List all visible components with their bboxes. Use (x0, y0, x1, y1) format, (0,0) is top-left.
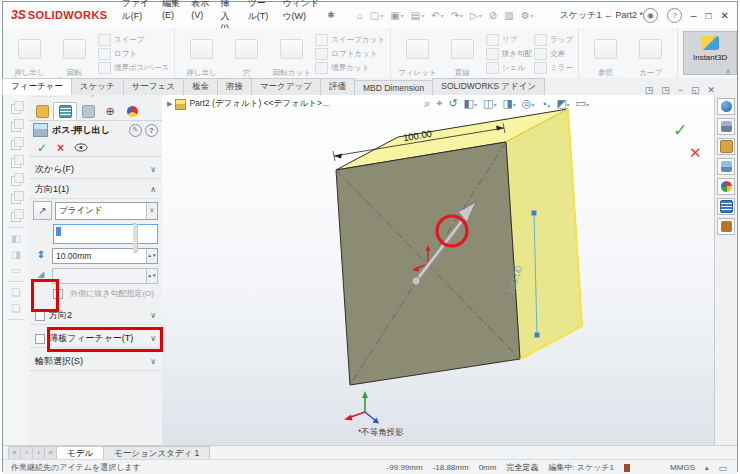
doc-minimize-button[interactable]: − (678, 85, 683, 95)
unit-caret-icon[interactable]: ▴ (705, 464, 709, 472)
monitor-icon[interactable]: ▭ (718, 463, 727, 473)
menu-pin-icon[interactable]: ✱ (327, 10, 335, 20)
model-tab[interactable]: モデル (56, 446, 104, 460)
tab-surfaces[interactable]: サーフェス (123, 78, 184, 95)
cancel-button[interactable]: × (57, 141, 64, 155)
shell-button[interactable]: シェル (486, 61, 532, 74)
sketch-tool-icon[interactable]: ◧ (3, 233, 29, 244)
preview-eye-icon[interactable] (74, 143, 88, 152)
close-button[interactable]: ✕ (721, 10, 729, 21)
swept-boss-button[interactable]: スイープ (98, 33, 169, 46)
direction1-section-header[interactable]: 方向1(1)∧ (29, 181, 162, 199)
view-cube-icon[interactable] (10, 119, 23, 131)
help-icon[interactable]: ? (667, 8, 682, 23)
end-condition-dropdown[interactable]: ブラインド ∨ (55, 202, 158, 220)
screen-tool-icon[interactable]: ▭ (3, 265, 29, 276)
confirmation-cancel-button[interactable]: ✕ (689, 144, 702, 162)
revolved-cut-button[interactable]: 回転カット (270, 31, 313, 77)
view-cube-icon[interactable] (10, 137, 23, 149)
save-button[interactable]: ▣▾ (390, 10, 403, 21)
view-cube-icon[interactable] (10, 209, 23, 221)
unit-system[interactable]: MMGS (670, 463, 695, 472)
tab-sketch[interactable]: スケッチ (71, 78, 124, 95)
view-cube-icon[interactable] (10, 155, 23, 167)
file-properties-button[interactable]: ▥ (504, 10, 513, 21)
new-document-button[interactable]: ▢▾ (370, 10, 383, 21)
tab-solidworks-addins[interactable]: SOLIDWORKS アドイン (432, 78, 545, 95)
tab-mbd-dimension[interactable]: MBD Dimension (354, 80, 433, 95)
print-button[interactable]: ▤▾ (411, 10, 424, 21)
confirmation-ok-button[interactable]: ✓ (673, 120, 687, 141)
pm-help-icon[interactable]: ? (145, 124, 158, 137)
property-manager-tab[interactable] (53, 102, 77, 120)
depth-spinner[interactable]: ▲▼ (146, 249, 157, 263)
boundary-boss-button[interactable]: 境界ボス/ベース (98, 61, 169, 74)
redo-button[interactable]: ↷▾ (451, 10, 463, 21)
attachments-icon[interactable]: ⊘ (489, 10, 497, 21)
rib-button[interactable]: リブ (486, 33, 532, 46)
graphics-viewport[interactable]: ▶ Part2 (デフォルト) <<デフォルト>... ⌕ ⌖ ↺ ◧▾ ◫▾ … (162, 95, 721, 445)
reverse-direction-button[interactable]: ↗ (33, 201, 52, 220)
intersect-button[interactable]: 交差 (534, 47, 573, 60)
thin-feature-checkbox[interactable] (35, 334, 45, 344)
from-section-header[interactable]: 次から(F)∨ (29, 161, 162, 179)
lofted-cut-button[interactable]: ロフトカット (315, 47, 385, 60)
draft-input[interactable]: ▲▼ (52, 268, 158, 284)
custom-properties-tab[interactable] (717, 198, 735, 215)
tab-features[interactable]: フィーチャー (2, 78, 72, 95)
tab-sheet-metal[interactable]: 板金 (183, 78, 218, 95)
boundary-cut-button[interactable]: 境界カット (315, 61, 385, 74)
split-pane-left-icon[interactable]: ◳ (645, 85, 654, 95)
options-button[interactable]: ⚙▾ (521, 10, 534, 21)
dimxpert-manager-tab[interactable]: ⊕ (99, 102, 121, 120)
depth-input[interactable]: 10.00mm ▲▼ (52, 248, 158, 264)
mirror-button[interactable]: ミラー (534, 61, 573, 74)
forum-tab[interactable] (717, 218, 735, 235)
model-canvas[interactable]: 100.00 100.00 *不等角投影 (162, 95, 721, 445)
pin-preview-icon[interactable]: ✎ (129, 124, 142, 137)
curves-button[interactable]: カーブ (629, 31, 672, 77)
panel-flyout-handle[interactable] (133, 223, 138, 253)
split-pane-right-icon[interactable]: ◳ (661, 85, 670, 95)
view-cube-icon[interactable] (10, 191, 23, 203)
undo-button[interactable]: ↶▾ (431, 10, 443, 21)
ribbon-collapse-icon[interactable]: ∧ (725, 67, 731, 76)
file-explorer-tab[interactable] (717, 138, 735, 155)
feature-manager-tab[interactable] (31, 102, 53, 120)
tab-markup[interactable]: マークアップ (251, 78, 321, 95)
design-library-tab[interactable] (717, 118, 735, 135)
lofted-boss-button[interactable]: ロフト (98, 47, 169, 60)
draft-spinner[interactable]: ▲▼ (146, 269, 157, 283)
login-icon[interactable]: ◉ (643, 8, 658, 23)
draft-button[interactable]: 抜き勾配 (486, 47, 532, 60)
plane-tool-icon[interactable]: ◨ (3, 249, 29, 260)
solidworks-resources-tab[interactable] (717, 98, 735, 115)
minimize-button[interactable]: – (691, 10, 697, 21)
dimension-handle[interactable] (532, 211, 537, 216)
wrap-button[interactable]: ラップ (534, 33, 573, 46)
home-button[interactable]: ⌂ (357, 10, 363, 21)
display-manager-tab[interactable] (121, 102, 143, 120)
configuration-manager-tab[interactable] (77, 102, 99, 120)
paste-tool-icon[interactable]: ❏ (3, 303, 29, 314)
fillet-button[interactable]: フィレット (396, 31, 439, 77)
direction2-checkbox[interactable] (35, 311, 45, 321)
dimension-handle[interactable] (535, 333, 540, 338)
selected-contours-section-header[interactable]: 輪郭選択(S)∨ (29, 353, 162, 371)
view-cube-icon[interactable] (10, 173, 23, 185)
appearances-scenes-tab[interactable] (717, 178, 735, 195)
tab-evaluate[interactable]: 評価 (320, 78, 355, 95)
direction-reference-selection-box[interactable] (53, 224, 158, 244)
copy-tool-icon[interactable]: ❏ (3, 287, 29, 298)
select-button[interactable]: ▷▾ (470, 10, 482, 21)
ok-button[interactable]: ✓ (37, 141, 47, 155)
maximize-button[interactable]: □ (706, 10, 712, 21)
view-cube-icon[interactable] (10, 101, 23, 113)
panel-grip[interactable] (29, 95, 162, 102)
view-palette-tab[interactable] (717, 158, 735, 175)
doc-close-button[interactable]: ✕ (707, 85, 715, 95)
swept-cut-button[interactable]: スイープカット (315, 33, 385, 46)
tab-weldments[interactable]: 溶接 (217, 78, 252, 95)
doc-restore-button[interactable]: ◱ (691, 85, 700, 95)
motion-study-tab[interactable]: モーションスタディ 1 (103, 446, 210, 460)
